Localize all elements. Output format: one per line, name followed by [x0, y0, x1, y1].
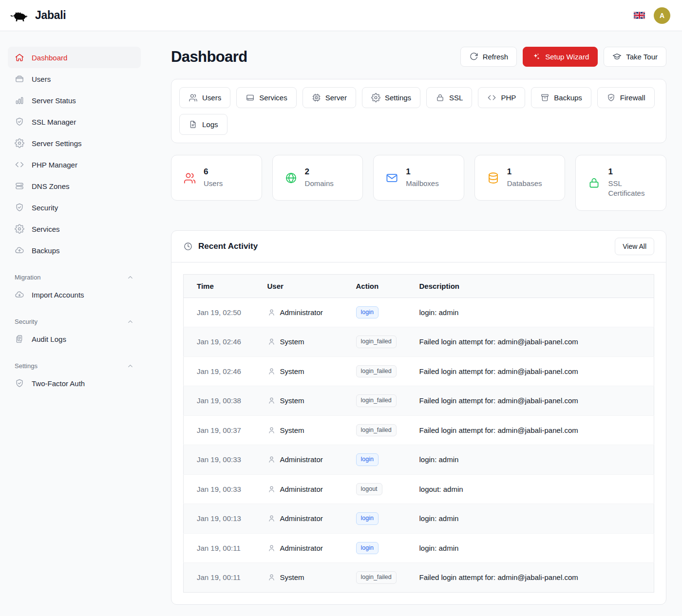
stat-card-ssl-certificates[interactable]: 1 SSL Certificates: [575, 155, 666, 211]
action-badge: login_failed: [356, 365, 397, 378]
sidebar-item-services[interactable]: Services: [8, 218, 141, 240]
sidebar-item-label: Server Settings: [32, 139, 82, 148]
setup-wizard-button[interactable]: Setup Wizard: [523, 47, 598, 67]
stat-card-domains[interactable]: 2 Domains: [272, 155, 363, 201]
sidebar-section-migration[interactable]: Migration: [15, 274, 134, 281]
wallet-icon: [15, 74, 24, 84]
stat-value: 1: [608, 167, 654, 177]
sidebar-item-php-manager[interactable]: PHP Manager: [8, 154, 141, 175]
stat-value: 1: [507, 167, 542, 177]
stat-label: Databases: [507, 179, 542, 188]
quick-action-logs[interactable]: Logs: [179, 114, 227, 135]
chevron-up-icon: [127, 362, 134, 370]
take-tour-button[interactable]: Take Tour: [604, 47, 666, 67]
quick-action-users[interactable]: Users: [179, 87, 230, 108]
quick-action-services[interactable]: Services: [236, 87, 297, 108]
sidebar-item-backups[interactable]: Backups: [8, 240, 141, 261]
column-header-description: Description: [412, 274, 654, 298]
sidebar-item-security[interactable]: Security: [8, 197, 141, 218]
activity-description: Failed login attempt for: admin@jabali-p…: [412, 415, 654, 445]
stat-card-mailboxes[interactable]: 1 Mailboxes: [373, 155, 464, 201]
activity-description: login: admin: [412, 445, 654, 475]
sidebar-item-dns-zones[interactable]: DNS Zones: [8, 175, 141, 197]
action-badge: login_failed: [356, 424, 397, 437]
cloud-download-icon: [15, 290, 24, 299]
server-icon: [246, 93, 255, 102]
quick-action-firewall[interactable]: Firewall: [597, 87, 655, 108]
users-icon: [189, 93, 198, 102]
boar-logo-icon: [8, 7, 30, 24]
user-icon: [267, 337, 276, 346]
sidebar-item-ssl-manager[interactable]: SSL Manager: [8, 111, 141, 132]
activity-description: Failed login attempt for: admin@jabali-p…: [412, 386, 654, 416]
users-icon: [183, 171, 196, 185]
user-icon: [267, 308, 276, 317]
lock-icon: [436, 93, 445, 102]
stat-value: 1: [406, 167, 439, 177]
user-icon: [267, 367, 276, 375]
quick-action-ssl[interactable]: SSL: [426, 87, 472, 108]
activity-time: Jan 19, 02:46: [184, 356, 260, 386]
clock-icon: [183, 242, 193, 251]
sidebar-item-label: Server Status: [32, 96, 76, 105]
sidebar-item-server-settings[interactable]: Server Settings: [8, 132, 141, 154]
table-row: Jan 19, 00:33 Administrator login login:…: [184, 445, 654, 475]
sidebar-item-audit-logs[interactable]: Audit Logs: [8, 328, 141, 350]
shield-check-icon: [15, 378, 24, 388]
stat-label: SSL Certificates: [608, 179, 654, 199]
brand-logo[interactable]: Jabali: [8, 7, 66, 24]
quick-action-backups[interactable]: Backups: [531, 87, 591, 108]
stat-card-databases[interactable]: 1 Databases: [474, 155, 566, 201]
file-icon: [189, 120, 198, 129]
sidebar-item-label: Import Accounts: [32, 291, 84, 299]
action-badge: login_failed: [356, 336, 397, 348]
view-all-button[interactable]: View All: [615, 238, 654, 255]
activity-user: System: [280, 337, 304, 346]
sidebar: Dashboard Users Server Status SSL Manage…: [0, 31, 149, 413]
quick-action-php[interactable]: PHP: [478, 87, 525, 108]
sidebar-section-settings[interactable]: Settings: [15, 362, 134, 370]
user-avatar[interactable]: A: [654, 7, 670, 24]
gear-icon: [15, 224, 24, 234]
quick-actions-panel: Users Services Server Settings SSL PHP: [171, 79, 666, 143]
section-label: Settings: [15, 362, 38, 370]
sidebar-item-label: Backups: [32, 246, 60, 255]
sparkles-icon: [531, 52, 541, 61]
activity-user: System: [280, 367, 304, 375]
table-row: Jan 19, 00:13 Administrator login login:…: [184, 504, 654, 534]
activity-user: System: [280, 396, 304, 405]
archive-box-icon: [540, 93, 549, 102]
quick-action-server[interactable]: Server: [303, 87, 356, 108]
refresh-button[interactable]: Refresh: [460, 47, 517, 67]
sidebar-item-label: Two-Factor Auth: [32, 379, 85, 388]
main-content: Dashboard Refresh Setup Wizard Take Tour: [149, 31, 682, 616]
sidebar-item-server-status[interactable]: Server Status: [8, 90, 141, 111]
language-flag-uk-icon[interactable]: [634, 11, 645, 19]
activity-user: System: [280, 573, 304, 581]
sidebar-item-two-factor-auth[interactable]: Two-Factor Auth: [8, 373, 141, 394]
stat-card-users[interactable]: 6 Users: [171, 155, 262, 201]
sidebar-item-label: Services: [32, 225, 60, 233]
stats-row: 6 Users 2 Domains 1 Mailboxes: [171, 155, 666, 211]
user-icon: [267, 455, 276, 464]
activity-description: login: admin: [412, 533, 654, 563]
activity-time: Jan 19, 00:11: [184, 563, 260, 593]
server-stack-icon: [15, 181, 24, 191]
sidebar-item-dashboard[interactable]: Dashboard: [8, 47, 141, 68]
activity-user: Administrator: [280, 514, 323, 523]
bar-chart-icon: [15, 95, 24, 105]
cpu-icon: [312, 93, 321, 102]
sidebar-section-security[interactable]: Security: [15, 318, 134, 325]
gear-icon: [15, 138, 24, 148]
quick-action-settings[interactable]: Settings: [362, 87, 420, 108]
action-badge: login_failed: [356, 394, 397, 407]
sidebar-item-users[interactable]: Users: [8, 68, 141, 90]
table-row: Jan 19, 00:37 System login_failed Failed…: [184, 415, 654, 445]
chevron-up-icon: [127, 274, 134, 281]
action-badge: login_failed: [356, 571, 397, 584]
user-icon: [267, 485, 276, 493]
user-icon: [267, 514, 276, 523]
sidebar-item-import-accounts[interactable]: Import Accounts: [8, 284, 141, 305]
mail-icon: [385, 171, 398, 185]
uk-flag-icon: [634, 11, 645, 19]
